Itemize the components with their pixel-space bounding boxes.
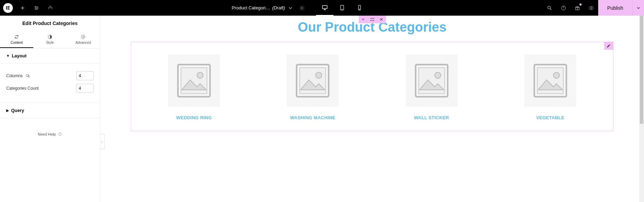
add-element-button[interactable]: [16, 0, 29, 16]
top-bar-left: [0, 0, 57, 16]
tab-advanced[interactable]: Advanced: [67, 31, 100, 48]
caret-down-icon: ▼: [6, 54, 10, 58]
section-close-button[interactable]: ✕: [377, 16, 386, 23]
svg-point-26: [373, 18, 374, 19]
canvas-inner: + ✕ Our Product Categories: [100, 16, 644, 145]
structure-button[interactable]: [43, 0, 57, 16]
svg-point-41: [553, 72, 560, 79]
product-categories-widget[interactable]: WEDDING RING WASHING MACHINE: [131, 42, 613, 131]
device-desktop-button[interactable]: [316, 0, 333, 16]
need-help-link[interactable]: Need Help: [0, 118, 100, 136]
tab-advanced-label: Advanced: [76, 41, 91, 45]
device-mobile-button[interactable]: [351, 0, 368, 16]
category-name: WEDDING RING: [176, 115, 212, 120]
svg-rect-1: [7, 6, 9, 7]
svg-rect-3: [7, 9, 9, 9]
whats-new-icon[interactable]: [570, 0, 584, 16]
svg-point-38: [434, 72, 441, 79]
device-tablet-button[interactable]: [333, 0, 351, 16]
section-layout-header[interactable]: ▼ Layout: [0, 48, 100, 64]
top-bar-right: Publish: [543, 0, 644, 16]
svg-point-25: [372, 18, 372, 19]
section-query-header[interactable]: ▶ Query: [0, 103, 100, 118]
section-query-title: Query: [11, 108, 24, 113]
responsive-icon[interactable]: [25, 74, 30, 78]
control-categories-count: Categories Count: [6, 84, 94, 93]
site-settings-button[interactable]: [29, 0, 43, 16]
svg-rect-0: [6, 6, 7, 10]
svg-point-32: [197, 72, 203, 79]
top-bar: Product Categori… (Draft): [0, 0, 644, 16]
categories-grid: WEDDING RING WASHING MACHINE: [138, 55, 606, 120]
columns-input[interactable]: [76, 71, 94, 80]
control-columns: Columns: [6, 71, 94, 80]
categories-count-label: Categories Count: [6, 86, 39, 91]
svg-point-10: [342, 9, 342, 9]
category-name: WALL STICKER: [414, 115, 449, 120]
document-dropdown-icon[interactable]: [286, 0, 295, 16]
top-bar-center: Product Categori… (Draft): [57, 0, 543, 16]
help-icon[interactable]: [557, 0, 570, 16]
tab-style-label: Style: [46, 41, 54, 45]
svg-point-27: [370, 20, 371, 21]
publish-button[interactable]: Publish: [598, 0, 632, 16]
svg-point-17: [591, 7, 592, 9]
editor-panel: Edit Product Categories Content Style Ad…: [0, 16, 100, 202]
placeholder-image-icon: [524, 55, 576, 107]
svg-point-4: [35, 6, 36, 7]
category-item[interactable]: WASHING MACHINE: [257, 55, 368, 120]
svg-point-23: [60, 135, 60, 135]
workspace: Edit Product Categories Content Style Ad…: [0, 16, 644, 202]
scrollbar-thumb[interactable]: [640, 16, 643, 124]
category-name: WASHING MACHINE: [290, 115, 336, 120]
columns-label: Columns: [6, 73, 30, 78]
svg-point-15: [564, 9, 564, 9]
category-item[interactable]: VEGETABLE: [494, 55, 606, 120]
svg-point-12: [359, 9, 360, 9]
section-toolbar: + ✕: [359, 16, 386, 23]
category-item[interactable]: WEDDING RING: [138, 55, 250, 120]
document-title: Product Categori…: [232, 5, 270, 10]
svg-point-29: [373, 20, 374, 21]
svg-point-19: [83, 36, 84, 38]
help-circle-icon: [58, 132, 62, 136]
svg-rect-2: [7, 7, 9, 8]
vertical-scrollbar[interactable]: [639, 16, 644, 202]
widget-wrapper: WEDDING RING WASHING MACHINE: [131, 42, 613, 131]
responsive-switcher: [316, 0, 368, 16]
svg-point-35: [316, 72, 322, 79]
section-add-button[interactable]: +: [359, 16, 368, 23]
elementor-logo[interactable]: [0, 0, 16, 16]
tab-content-label: Content: [10, 41, 23, 45]
panel-title: Edit Product Categories: [0, 16, 100, 31]
svg-point-7: [301, 7, 303, 9]
svg-rect-8: [322, 6, 327, 9]
edit-widget-button[interactable]: [604, 42, 613, 50]
svg-point-28: [372, 20, 372, 21]
publish-options-button[interactable]: [632, 0, 644, 16]
placeholder-image-icon: [168, 55, 220, 107]
placeholder-image-icon: [406, 55, 458, 107]
tab-style[interactable]: Style: [33, 31, 67, 48]
preview-icon[interactable]: [584, 0, 598, 16]
page-settings-icon[interactable]: [296, 0, 308, 16]
placeholder-image-icon: [287, 55, 339, 107]
svg-point-5: [37, 7, 38, 8]
document-status: (Draft): [272, 5, 285, 10]
svg-point-6: [35, 9, 36, 10]
tab-content[interactable]: Content: [0, 31, 33, 48]
category-name: VEGETABLE: [536, 115, 564, 120]
section-drag-handle[interactable]: [368, 16, 377, 23]
panel-tabs: Content Style Advanced: [0, 31, 100, 48]
section-layout-title: Layout: [12, 53, 27, 58]
caret-right-icon: ▶: [6, 108, 9, 112]
section-layout-body: Columns Categories Count: [0, 64, 100, 103]
finder-search-icon[interactable]: [543, 0, 557, 16]
preview-canvas[interactable]: ‹ + ✕ Our Product Categories: [100, 16, 644, 202]
category-item[interactable]: WALL STICKER: [376, 55, 488, 120]
categories-count-input[interactable]: [76, 84, 94, 93]
svg-point-24: [370, 18, 371, 19]
svg-point-13: [548, 6, 551, 9]
notification-dot: [579, 3, 582, 6]
